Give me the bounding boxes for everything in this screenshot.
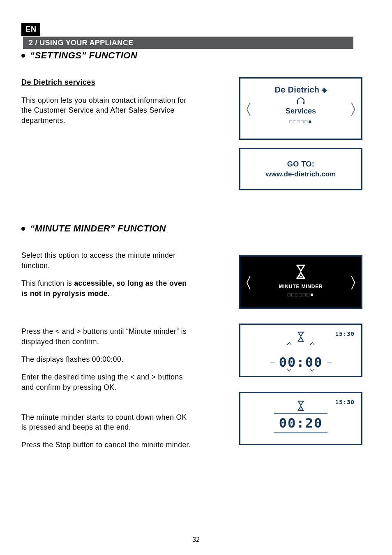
brand-diamond-icon: ◈ xyxy=(322,86,327,94)
minute-p3: The displays flashes 00:00:00. xyxy=(21,354,191,365)
minute-p5: The minute minder starts to count down w… xyxy=(21,412,191,433)
svg-rect-0 xyxy=(297,102,298,104)
minute-p6: Press the Stop button to cancel the minu… xyxy=(21,440,191,450)
chevron-right-icon[interactable]: 〉 xyxy=(351,100,355,117)
minute-minder-label: MINUTE MINDER xyxy=(240,284,361,289)
chevron-right-icon[interactable]: 〉 xyxy=(351,274,355,290)
services-progress: □□□□□■ xyxy=(240,119,361,125)
brand-label: De Dietrich ◈ xyxy=(240,85,361,95)
headset-icon xyxy=(296,96,306,106)
settings-heading: “SETTINGS” FUNCTION xyxy=(21,50,371,61)
chevron-left-icon[interactable]: 〈 xyxy=(246,100,251,117)
clock-label: 15:30 xyxy=(335,399,355,405)
minute-minder-progress: □□□□□□■ xyxy=(240,292,361,298)
minute-minder-heading-text: “MINUTE MINDER” FUNCTION xyxy=(30,223,166,234)
goto-title: GO TO: xyxy=(244,160,357,169)
chevron-left-icon[interactable]: 〈 xyxy=(246,274,251,290)
decrement-arrow-icon[interactable] xyxy=(310,368,315,372)
increment-arrow-icon[interactable] xyxy=(287,342,292,345)
minute-p2: Press the < and > buttons until “Minute … xyxy=(21,326,191,347)
svg-rect-1 xyxy=(303,102,304,104)
minute-p4: Enter the desired time using the < and >… xyxy=(21,372,191,393)
settings-description: This option lets you obtain contact info… xyxy=(21,95,191,126)
language-badge: EN xyxy=(21,23,40,36)
section-bar: 2 / USING YOUR APPLIANCE xyxy=(23,37,353,49)
hourglass-icon xyxy=(292,263,309,280)
minute-minder-set-screen: 15:30 − 00:00 − xyxy=(239,324,362,377)
minute-minder-run-screen: 15:30 00:20 xyxy=(239,392,362,445)
goto-url: www.de-dietrich.com xyxy=(244,170,357,178)
services-screen: 〈 〉 De Dietrich ◈ Services □□□□□■ xyxy=(239,77,362,140)
minute-p1a: Select this option to access the minute … xyxy=(21,250,191,271)
increment-icon[interactable]: − xyxy=(327,357,332,368)
dedietrich-services-subheading: De Dietrich services xyxy=(21,77,191,88)
minute-minder-heading: “MINUTE MINDER” FUNCTION xyxy=(21,223,371,234)
bullet-icon xyxy=(21,227,25,231)
increment-arrow-icon[interactable] xyxy=(310,342,315,345)
decrement-icon[interactable]: − xyxy=(270,357,275,368)
set-time-value: 00:00 xyxy=(279,354,323,370)
goto-screen: GO TO: www.de-dietrich.com xyxy=(239,148,362,190)
minute-minder-select-screen: 〈 〉 MINUTE MINDER □□□□□□■ xyxy=(239,255,362,309)
clock-label: 15:30 xyxy=(335,331,355,337)
bullet-icon xyxy=(21,54,25,58)
settings-heading-text: “SETTINGS” FUNCTION xyxy=(30,50,137,61)
page-header: EN 2 / USING YOUR APPLIANCE xyxy=(21,23,371,38)
services-label: Services xyxy=(240,107,361,116)
page-number: 32 xyxy=(0,536,392,543)
minute-p1b: This function is accessible, so long as … xyxy=(21,278,191,299)
decrement-arrow-icon[interactable] xyxy=(287,368,292,372)
run-time-value: 00:20 xyxy=(240,415,361,431)
